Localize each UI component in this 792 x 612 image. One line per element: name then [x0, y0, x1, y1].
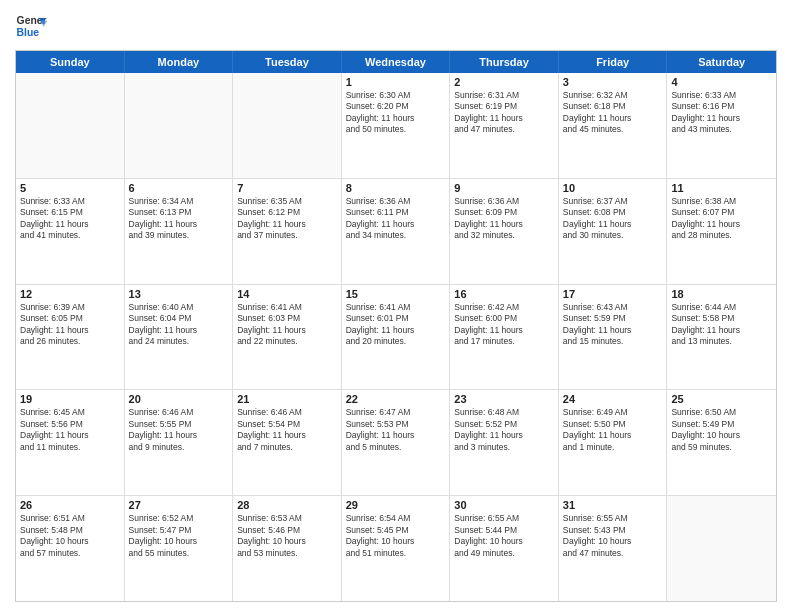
day-info: Sunrise: 6:55 AM Sunset: 5:43 PM Dayligh…	[563, 513, 663, 559]
day-number: 31	[563, 499, 663, 511]
calendar-day-19: 19Sunrise: 6:45 AM Sunset: 5:56 PM Dayli…	[16, 390, 125, 495]
day-info: Sunrise: 6:31 AM Sunset: 6:19 PM Dayligh…	[454, 90, 554, 136]
day-info: Sunrise: 6:49 AM Sunset: 5:50 PM Dayligh…	[563, 407, 663, 453]
day-info: Sunrise: 6:32 AM Sunset: 6:18 PM Dayligh…	[563, 90, 663, 136]
day-info: Sunrise: 6:54 AM Sunset: 5:45 PM Dayligh…	[346, 513, 446, 559]
calendar-day-4: 4Sunrise: 6:33 AM Sunset: 6:16 PM Daylig…	[667, 73, 776, 178]
day-number: 12	[20, 288, 120, 300]
calendar-body: 1Sunrise: 6:30 AM Sunset: 6:20 PM Daylig…	[16, 73, 776, 601]
calendar-day-2: 2Sunrise: 6:31 AM Sunset: 6:19 PM Daylig…	[450, 73, 559, 178]
calendar-day-21: 21Sunrise: 6:46 AM Sunset: 5:54 PM Dayli…	[233, 390, 342, 495]
calendar-empty-cell	[667, 496, 776, 601]
calendar-day-26: 26Sunrise: 6:51 AM Sunset: 5:48 PM Dayli…	[16, 496, 125, 601]
calendar-row: 19Sunrise: 6:45 AM Sunset: 5:56 PM Dayli…	[16, 390, 776, 496]
calendar-row: 12Sunrise: 6:39 AM Sunset: 6:05 PM Dayli…	[16, 285, 776, 391]
day-number: 14	[237, 288, 337, 300]
day-number: 3	[563, 76, 663, 88]
calendar-day-10: 10Sunrise: 6:37 AM Sunset: 6:08 PM Dayli…	[559, 179, 668, 284]
calendar-day-8: 8Sunrise: 6:36 AM Sunset: 6:11 PM Daylig…	[342, 179, 451, 284]
day-info: Sunrise: 6:33 AM Sunset: 6:15 PM Dayligh…	[20, 196, 120, 242]
day-info: Sunrise: 6:50 AM Sunset: 5:49 PM Dayligh…	[671, 407, 772, 453]
calendar-day-11: 11Sunrise: 6:38 AM Sunset: 6:07 PM Dayli…	[667, 179, 776, 284]
day-info: Sunrise: 6:46 AM Sunset: 5:55 PM Dayligh…	[129, 407, 229, 453]
day-info: Sunrise: 6:37 AM Sunset: 6:08 PM Dayligh…	[563, 196, 663, 242]
calendar-day-29: 29Sunrise: 6:54 AM Sunset: 5:45 PM Dayli…	[342, 496, 451, 601]
calendar-day-24: 24Sunrise: 6:49 AM Sunset: 5:50 PM Dayli…	[559, 390, 668, 495]
weekday-header: Thursday	[450, 51, 559, 73]
day-info: Sunrise: 6:55 AM Sunset: 5:44 PM Dayligh…	[454, 513, 554, 559]
day-info: Sunrise: 6:41 AM Sunset: 6:01 PM Dayligh…	[346, 302, 446, 348]
day-info: Sunrise: 6:39 AM Sunset: 6:05 PM Dayligh…	[20, 302, 120, 348]
calendar-empty-cell	[125, 73, 234, 178]
calendar-row: 26Sunrise: 6:51 AM Sunset: 5:48 PM Dayli…	[16, 496, 776, 601]
day-number: 10	[563, 182, 663, 194]
calendar-day-13: 13Sunrise: 6:40 AM Sunset: 6:04 PM Dayli…	[125, 285, 234, 390]
day-number: 24	[563, 393, 663, 405]
day-info: Sunrise: 6:35 AM Sunset: 6:12 PM Dayligh…	[237, 196, 337, 242]
day-info: Sunrise: 6:36 AM Sunset: 6:11 PM Dayligh…	[346, 196, 446, 242]
calendar-day-14: 14Sunrise: 6:41 AM Sunset: 6:03 PM Dayli…	[233, 285, 342, 390]
day-number: 6	[129, 182, 229, 194]
calendar-empty-cell	[233, 73, 342, 178]
weekday-header: Sunday	[16, 51, 125, 73]
day-info: Sunrise: 6:41 AM Sunset: 6:03 PM Dayligh…	[237, 302, 337, 348]
day-number: 28	[237, 499, 337, 511]
calendar: SundayMondayTuesdayWednesdayThursdayFrid…	[15, 50, 777, 602]
calendar-day-12: 12Sunrise: 6:39 AM Sunset: 6:05 PM Dayli…	[16, 285, 125, 390]
calendar-day-16: 16Sunrise: 6:42 AM Sunset: 6:00 PM Dayli…	[450, 285, 559, 390]
day-number: 16	[454, 288, 554, 300]
calendar-day-15: 15Sunrise: 6:41 AM Sunset: 6:01 PM Dayli…	[342, 285, 451, 390]
day-info: Sunrise: 6:51 AM Sunset: 5:48 PM Dayligh…	[20, 513, 120, 559]
calendar-day-5: 5Sunrise: 6:33 AM Sunset: 6:15 PM Daylig…	[16, 179, 125, 284]
day-number: 17	[563, 288, 663, 300]
day-number: 23	[454, 393, 554, 405]
day-number: 13	[129, 288, 229, 300]
calendar-day-25: 25Sunrise: 6:50 AM Sunset: 5:49 PM Dayli…	[667, 390, 776, 495]
calendar-day-27: 27Sunrise: 6:52 AM Sunset: 5:47 PM Dayli…	[125, 496, 234, 601]
day-number: 19	[20, 393, 120, 405]
day-info: Sunrise: 6:38 AM Sunset: 6:07 PM Dayligh…	[671, 196, 772, 242]
day-info: Sunrise: 6:42 AM Sunset: 6:00 PM Dayligh…	[454, 302, 554, 348]
day-info: Sunrise: 6:33 AM Sunset: 6:16 PM Dayligh…	[671, 90, 772, 136]
calendar-header: SundayMondayTuesdayWednesdayThursdayFrid…	[16, 51, 776, 73]
calendar-day-1: 1Sunrise: 6:30 AM Sunset: 6:20 PM Daylig…	[342, 73, 451, 178]
day-number: 30	[454, 499, 554, 511]
header: General Blue	[15, 10, 777, 42]
day-number: 2	[454, 76, 554, 88]
day-info: Sunrise: 6:46 AM Sunset: 5:54 PM Dayligh…	[237, 407, 337, 453]
day-number: 29	[346, 499, 446, 511]
day-number: 11	[671, 182, 772, 194]
day-number: 8	[346, 182, 446, 194]
page: General Blue SundayMondayTuesdayWednesda…	[0, 0, 792, 612]
day-number: 18	[671, 288, 772, 300]
day-info: Sunrise: 6:30 AM Sunset: 6:20 PM Dayligh…	[346, 90, 446, 136]
day-number: 9	[454, 182, 554, 194]
weekday-header: Saturday	[667, 51, 776, 73]
calendar-empty-cell	[16, 73, 125, 178]
calendar-day-18: 18Sunrise: 6:44 AM Sunset: 5:58 PM Dayli…	[667, 285, 776, 390]
day-info: Sunrise: 6:40 AM Sunset: 6:04 PM Dayligh…	[129, 302, 229, 348]
weekday-header: Friday	[559, 51, 668, 73]
calendar-day-23: 23Sunrise: 6:48 AM Sunset: 5:52 PM Dayli…	[450, 390, 559, 495]
day-info: Sunrise: 6:34 AM Sunset: 6:13 PM Dayligh…	[129, 196, 229, 242]
day-info: Sunrise: 6:53 AM Sunset: 5:46 PM Dayligh…	[237, 513, 337, 559]
calendar-day-22: 22Sunrise: 6:47 AM Sunset: 5:53 PM Dayli…	[342, 390, 451, 495]
calendar-day-28: 28Sunrise: 6:53 AM Sunset: 5:46 PM Dayli…	[233, 496, 342, 601]
calendar-day-31: 31Sunrise: 6:55 AM Sunset: 5:43 PM Dayli…	[559, 496, 668, 601]
logo-icon: General Blue	[15, 10, 47, 42]
day-number: 21	[237, 393, 337, 405]
calendar-day-9: 9Sunrise: 6:36 AM Sunset: 6:09 PM Daylig…	[450, 179, 559, 284]
svg-text:Blue: Blue	[17, 27, 40, 38]
day-number: 1	[346, 76, 446, 88]
calendar-day-17: 17Sunrise: 6:43 AM Sunset: 5:59 PM Dayli…	[559, 285, 668, 390]
logo: General Blue	[15, 10, 47, 42]
day-info: Sunrise: 6:45 AM Sunset: 5:56 PM Dayligh…	[20, 407, 120, 453]
calendar-day-20: 20Sunrise: 6:46 AM Sunset: 5:55 PM Dayli…	[125, 390, 234, 495]
day-number: 22	[346, 393, 446, 405]
calendar-day-7: 7Sunrise: 6:35 AM Sunset: 6:12 PM Daylig…	[233, 179, 342, 284]
calendar-day-3: 3Sunrise: 6:32 AM Sunset: 6:18 PM Daylig…	[559, 73, 668, 178]
weekday-header: Wednesday	[342, 51, 451, 73]
day-info: Sunrise: 6:44 AM Sunset: 5:58 PM Dayligh…	[671, 302, 772, 348]
weekday-header: Tuesday	[233, 51, 342, 73]
calendar-day-6: 6Sunrise: 6:34 AM Sunset: 6:13 PM Daylig…	[125, 179, 234, 284]
